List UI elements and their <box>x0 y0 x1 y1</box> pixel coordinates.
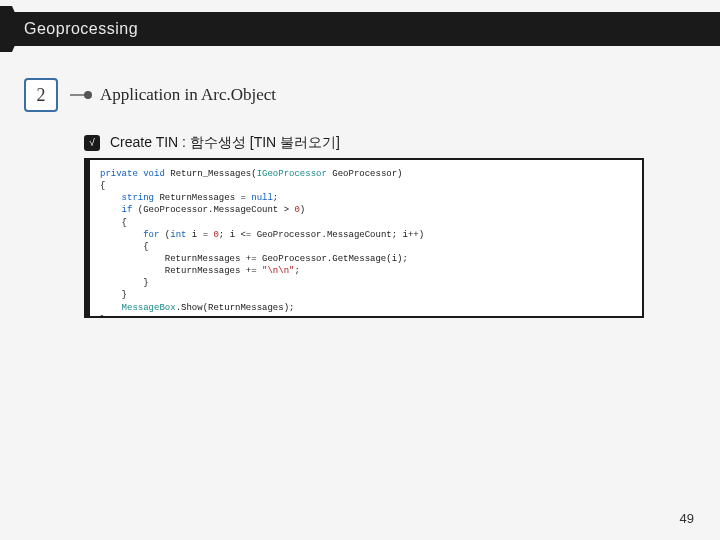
section-number: 2 <box>37 85 46 106</box>
check-icon: √ <box>84 135 100 151</box>
title-tab-decoration <box>0 6 12 52</box>
subheading-text: Create TIN : 함수생성 [TIN 불러오기] <box>110 134 340 152</box>
section-header: 2 Application in Arc.Object <box>24 78 276 112</box>
code-panel: private void Return_Messages(IGeoProcess… <box>84 158 644 318</box>
connector-line-icon <box>70 94 88 96</box>
title-bar: Geoprocessing <box>0 12 720 46</box>
title-text: Geoprocessing <box>24 20 138 38</box>
code-block: private void Return_Messages(IGeoProcess… <box>100 168 632 318</box>
section-heading: Application in Arc.Object <box>100 85 276 105</box>
section-number-badge: 2 <box>24 78 58 112</box>
page-number: 49 <box>680 511 694 526</box>
subheading-row: √ Create TIN : 함수생성 [TIN 불러오기] <box>84 134 340 152</box>
